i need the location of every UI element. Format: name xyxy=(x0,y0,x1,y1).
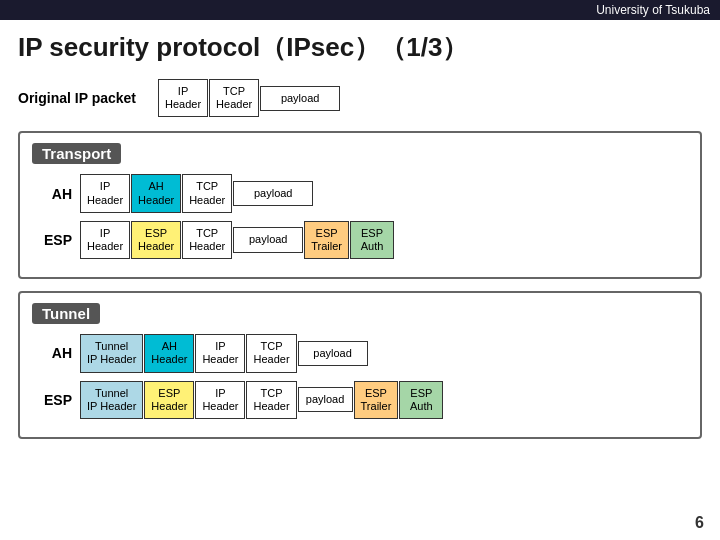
tunnel-ah-row: AH TunnelIP Header AHHeader IPHeader TCP… xyxy=(32,334,688,372)
transport-esp-label: ESP xyxy=(32,232,72,248)
transport-section: Transport AH IPHeader AHHeader TCPHeader… xyxy=(18,131,702,279)
transport-title: Transport xyxy=(32,143,121,164)
page-number: 6 xyxy=(695,514,704,532)
page-title: IP security protocol（IPsec）（1/3） xyxy=(18,30,702,65)
t-esp-esp-header: ESPHeader xyxy=(131,221,181,259)
tunnel-ah-blocks: TunnelIP Header AHHeader IPHeader TCPHea… xyxy=(80,334,368,372)
t-ah-ip-header: IPHeader xyxy=(80,174,130,212)
t-esp-ip-header: IPHeader xyxy=(80,221,130,259)
block-ip-header: IPHeader xyxy=(158,79,208,117)
tu-ah-ip-header: IPHeader xyxy=(195,334,245,372)
block-payload: payload xyxy=(260,86,340,111)
tu-ah-payload: payload xyxy=(298,341,368,366)
transport-ah-row: AH IPHeader AHHeader TCPHeader payload xyxy=(32,174,688,212)
transport-esp-blocks: IPHeader ESPHeader TCPHeader payload ESP… xyxy=(80,221,394,259)
tunnel-esp-blocks: TunnelIP Header ESPHeader IPHeader TCPHe… xyxy=(80,381,443,419)
original-packet-label: Original IP packet xyxy=(18,90,148,106)
tunnel-section: Tunnel AH TunnelIP Header AHHeader IPHea… xyxy=(18,291,702,439)
transport-ah-label: AH xyxy=(32,186,72,202)
t-ah-tcp-header: TCPHeader xyxy=(182,174,232,212)
t-ah-payload: payload xyxy=(233,181,313,206)
university-label: University of Tsukuba xyxy=(0,0,720,20)
tu-ah-ah-header: AHHeader xyxy=(144,334,194,372)
tu-esp-esp-header: ESPHeader xyxy=(144,381,194,419)
transport-ah-blocks: IPHeader AHHeader TCPHeader payload xyxy=(80,174,313,212)
block-tcp-header: TCPHeader xyxy=(209,79,259,117)
main-content: IP security protocol（IPsec）（1/3） Origina… xyxy=(0,20,720,461)
tu-esp-tunnel-ip: TunnelIP Header xyxy=(80,381,143,419)
t-ah-ah-header: AHHeader xyxy=(131,174,181,212)
original-packet-row: Original IP packet IPHeader TCPHeader pa… xyxy=(18,79,702,117)
tu-esp-ip-header: IPHeader xyxy=(195,381,245,419)
t-esp-tcp-header: TCPHeader xyxy=(182,221,232,259)
tunnel-title: Tunnel xyxy=(32,303,100,324)
tu-esp-tcp-header: TCPHeader xyxy=(246,381,296,419)
t-esp-payload: payload xyxy=(233,227,303,252)
tu-ah-tunnel-ip: TunnelIP Header xyxy=(80,334,143,372)
tu-esp-trailer: ESPTrailer xyxy=(354,381,399,419)
tu-esp-auth: ESPAuth xyxy=(399,381,443,419)
tunnel-esp-label: ESP xyxy=(32,392,72,408)
tunnel-ah-label: AH xyxy=(32,345,72,361)
t-esp-trailer: ESPTrailer xyxy=(304,221,349,259)
original-packet-blocks: IPHeader TCPHeader payload xyxy=(158,79,340,117)
t-esp-auth: ESPAuth xyxy=(350,221,394,259)
transport-esp-row: ESP IPHeader ESPHeader TCPHeader payload… xyxy=(32,221,688,259)
tu-esp-payload: payload xyxy=(298,387,353,412)
tunnel-esp-row: ESP TunnelIP Header ESPHeader IPHeader T… xyxy=(32,381,688,419)
tu-ah-tcp-header: TCPHeader xyxy=(246,334,296,372)
